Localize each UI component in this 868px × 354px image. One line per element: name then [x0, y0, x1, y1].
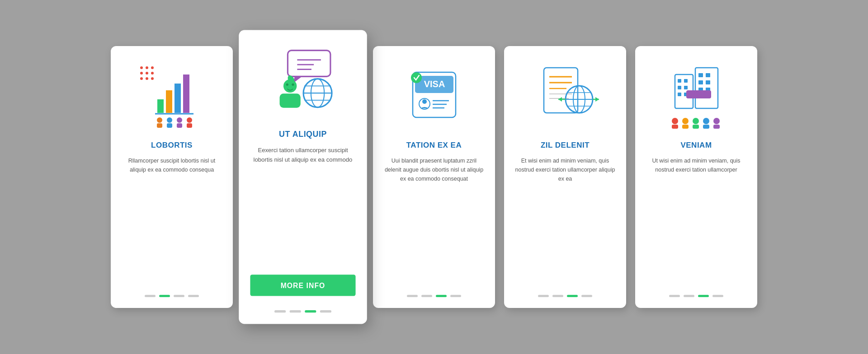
bar-chart-people-icon: [136, 60, 208, 132]
dot-3: [305, 310, 316, 312]
card-tation-ex-ea-text: Uui blandit praesent luptatum zzril dele…: [384, 156, 484, 286]
svg-point-5: [151, 72, 154, 75]
svg-point-6: [140, 77, 143, 80]
card-zil-delenit-title: ZIL DELENIT: [541, 141, 590, 150]
svg-text:VISA: VISA: [424, 79, 445, 89]
svg-point-45: [411, 72, 422, 83]
card-lobortis-dots: [145, 286, 199, 297]
card-tation-ex-ea: VISA TATION EX EA Uui blandit praesent l…: [373, 46, 495, 308]
card-veniam-dots: [669, 286, 723, 297]
svg-rect-66: [684, 86, 688, 89]
svg-point-2: [151, 66, 154, 69]
svg-rect-19: [177, 123, 182, 128]
svg-point-80: [693, 118, 699, 124]
svg-rect-9: [157, 99, 164, 113]
card-zil-delenit-text: Et wisi enim ad minim veniam, quis nostr…: [515, 156, 615, 286]
svg-point-0: [140, 66, 143, 69]
card-lobortis-text: Rllamcorper suscipit lobortis nisl ut al…: [122, 156, 222, 286]
dot-2: [159, 295, 170, 297]
card-tation-ex-ea-dots: [407, 286, 461, 297]
svg-rect-17: [167, 123, 172, 128]
dot-4: [188, 295, 199, 297]
svg-rect-69: [698, 73, 703, 77]
svg-point-14: [157, 117, 162, 123]
card-zil-delenit-dots: [538, 286, 592, 297]
svg-rect-65: [678, 86, 681, 89]
building-people-icon: [660, 60, 732, 132]
svg-point-8: [151, 77, 154, 80]
dot-3: [698, 295, 709, 297]
card-tation-ex-ea-title: TATION EX EA: [406, 141, 462, 150]
card-lobortis: LOBORTIS Rllamcorper suscipit lobortis n…: [111, 46, 233, 308]
svg-point-3: [140, 72, 143, 75]
svg-rect-72: [706, 80, 710, 84]
svg-rect-21: [187, 123, 192, 128]
svg-rect-81: [693, 125, 699, 129]
svg-rect-64: [684, 79, 688, 83]
card-veniam-title: VENIAM: [680, 141, 712, 150]
dot-1: [145, 295, 156, 297]
dot-4: [581, 295, 592, 297]
dot-2: [684, 295, 694, 297]
svg-point-16: [167, 117, 172, 123]
card-ut-aliquip: UT ALIQUIP Eexerci tation ullamcorper su…: [239, 30, 367, 324]
more-info-button[interactable]: MORE INFO: [250, 275, 355, 296]
dot-2: [552, 295, 563, 297]
svg-rect-15: [157, 123, 162, 128]
dot-2: [421, 295, 432, 297]
svg-rect-79: [682, 125, 689, 129]
dot-1: [669, 295, 680, 297]
dot-3: [436, 295, 447, 297]
card-zil-delenit: ZIL DELENIT Et wisi enim ad minim veniam…: [504, 46, 626, 308]
svg-rect-63: [678, 79, 681, 83]
svg-rect-71: [698, 80, 703, 84]
card-veniam: VENIAM Ut wisi enim ad minim veniam, qui…: [635, 46, 757, 308]
svg-point-41: [422, 99, 427, 104]
cards-container: LOBORTIS Rllamcorper suscipit lobortis n…: [79, 19, 789, 335]
card-lobortis-title: LOBORTIS: [151, 141, 193, 150]
dot-3: [567, 295, 578, 297]
passport-globe-icon: [529, 60, 601, 132]
dot-1: [407, 295, 418, 297]
dot-3: [174, 295, 184, 297]
svg-point-29: [286, 83, 288, 85]
dot-2: [290, 310, 301, 312]
svg-marker-60: [595, 97, 599, 102]
card-ut-aliquip-title: UT ALIQUIP: [279, 130, 327, 139]
svg-point-20: [187, 117, 192, 123]
dot-1: [274, 310, 286, 312]
svg-rect-85: [713, 125, 720, 129]
dot-4: [712, 295, 723, 297]
svg-point-76: [672, 118, 678, 124]
svg-point-78: [682, 118, 689, 124]
svg-rect-83: [703, 125, 709, 129]
dot-1: [538, 295, 549, 297]
svg-rect-75: [686, 90, 711, 98]
dot-4: [320, 310, 331, 312]
svg-rect-22: [288, 50, 330, 76]
svg-rect-10: [166, 90, 172, 113]
card-ut-aliquip-dots: [274, 301, 331, 312]
svg-point-7: [146, 77, 148, 80]
svg-rect-28: [279, 93, 300, 108]
svg-rect-67: [678, 93, 681, 96]
card-ut-aliquip-text: Eexerci tation ullamcorper suscipit lobo…: [250, 146, 355, 266]
dot-4: [450, 295, 461, 297]
svg-marker-58: [558, 97, 562, 102]
svg-point-82: [703, 118, 709, 124]
svg-point-30: [292, 83, 294, 85]
svg-rect-77: [672, 125, 678, 129]
visa-card-icon: VISA: [398, 60, 470, 132]
svg-rect-11: [175, 84, 181, 113]
svg-rect-70: [706, 73, 710, 77]
svg-point-84: [713, 118, 720, 124]
svg-point-4: [146, 72, 148, 75]
svg-rect-12: [183, 75, 189, 113]
svg-point-1: [146, 66, 148, 69]
svg-point-18: [177, 117, 182, 123]
card-veniam-text: Ut wisi enim ad minim veniam, quis nostr…: [646, 156, 746, 286]
person-globe-speech-icon: [265, 44, 341, 120]
